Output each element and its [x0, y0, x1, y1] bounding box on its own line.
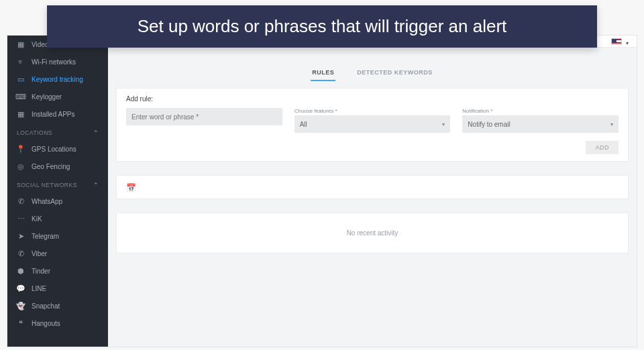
tab-rules[interactable]: RULES [311, 65, 335, 81]
sidebar-item-label: Viber [32, 250, 47, 257]
section-label: LOCATIONS [17, 129, 52, 136]
geofence-icon: ◎ [17, 162, 25, 170]
notification-select[interactable]: Notify to email [462, 115, 619, 133]
chevron-up-icon: ⌃ [93, 182, 99, 188]
sidebar-item-label: Video [32, 41, 48, 48]
section-label: SOCIAL NETWORKS [17, 182, 77, 188]
notification-value: Notify to email [468, 121, 510, 128]
notification-field: Notification * Notify to email [462, 108, 619, 133]
whatsapp-icon: ✆ [17, 197, 25, 205]
viber-icon: ✆ [17, 249, 25, 257]
features-value: All [300, 121, 307, 128]
chevron-up-icon: ⌃ [93, 129, 99, 136]
keyword-field [126, 108, 282, 133]
apps-icon: ▦ [17, 110, 25, 118]
keyword-input[interactable] [126, 108, 282, 125]
date-filter-card: 📅 [116, 175, 629, 199]
sidebar-item-label: LINE [32, 285, 46, 292]
features-select[interactable]: All [294, 115, 451, 133]
sidebar-item-tinder[interactable]: ⬢ Tinder [7, 262, 108, 280]
sidebar-item-wifi[interactable]: ᯤ Wi-Fi networks [7, 53, 108, 70]
sidebar-item-label: Tinder [32, 268, 50, 275]
notification-label: Notification * [462, 108, 619, 114]
sidebar-item-kik[interactable]: ⋯ KiK [7, 210, 108, 227]
sidebar-item-keylogger[interactable]: ⌨ Keylogger [7, 88, 108, 105]
keyword-tracking-icon: ▭ [17, 75, 25, 83]
wifi-icon: ᯤ [17, 58, 25, 66]
sidebar-item-label: WhatsApp [32, 198, 62, 205]
features-label: Choose features * [294, 108, 451, 114]
sidebar-item-label: Geo Fencing [32, 163, 70, 170]
pin-icon: 📍 [17, 145, 25, 153]
sidebar-item-hangouts[interactable]: ❝ Hangouts [7, 314, 108, 332]
sidebar-item-label: GPS Locations [32, 145, 76, 153]
sidebar-item-telegram[interactable]: ➤ Telegram [7, 227, 108, 245]
sidebar-section-social[interactable]: SOCIAL NETWORKS ⌃ [7, 175, 108, 192]
sidebar-item-line[interactable]: 💬 LINE [7, 280, 108, 297]
hangouts-icon: ❝ [17, 319, 25, 327]
sidebar-item-installed-apps[interactable]: ▦ Installed APPs [7, 105, 108, 123]
sidebar: ▦ Video ᯤ Wi-Fi networks ▭ Keyword track… [7, 36, 108, 347]
main-content: RULES DETECTED KEYWORDS Add rule: Choose… [108, 36, 637, 347]
sidebar-item-label: KiK [32, 215, 42, 223]
calendar-icon[interactable]: 📅 [126, 183, 136, 192]
video-icon: ▦ [17, 40, 25, 48]
tabs: RULES DETECTED KEYWORDS [311, 65, 434, 81]
add-rule-card: Add rule: Choose features * All Notifica… [116, 88, 629, 162]
sidebar-item-whatsapp[interactable]: ✆ WhatsApp [7, 192, 108, 210]
telegram-icon: ➤ [17, 232, 25, 240]
callout-banner: Set up words or phrases that will trigge… [47, 5, 597, 48]
sidebar-item-snapchat[interactable]: 👻 Snapchat [7, 297, 108, 314]
tab-detected-keywords[interactable]: DETECTED KEYWORDS [356, 65, 434, 81]
empty-activity-text: No recent activity [347, 229, 398, 237]
snapchat-icon: 👻 [17, 302, 25, 310]
sidebar-item-geofencing[interactable]: ◎ Geo Fencing [7, 158, 108, 175]
sidebar-item-gps[interactable]: 📍 GPS Locations [7, 140, 108, 158]
activity-card: No recent activity [116, 213, 629, 253]
sidebar-item-label: Installed APPs [32, 111, 74, 118]
sidebar-item-label: Telegram [32, 233, 59, 240]
sidebar-item-keyword-tracking[interactable]: ▭ Keyword tracking [7, 70, 108, 88]
add-button[interactable]: ADD [586, 141, 619, 154]
kik-icon: ⋯ [17, 215, 25, 223]
features-field: Choose features * All [294, 108, 451, 133]
sidebar-section-locations[interactable]: LOCATIONS ⌃ [7, 123, 108, 140]
sidebar-item-label: Hangouts [32, 320, 60, 327]
flag-icon [611, 38, 622, 45]
sidebar-item-label: Snapchat [32, 302, 60, 310]
sidebar-item-label: Keylogger [32, 93, 62, 101]
sidebar-item-label: Keyword tracking [32, 76, 83, 83]
line-icon: 💬 [17, 284, 25, 292]
sidebar-item-label: Wi-Fi networks [32, 58, 76, 66]
tinder-icon: ⬢ [17, 267, 25, 275]
keylogger-icon: ⌨ [17, 93, 25, 101]
sidebar-item-viber[interactable]: ✆ Viber [7, 245, 108, 262]
language-dropdown[interactable] [626, 36, 629, 48]
app-window: ▦ Video ᯤ Wi-Fi networks ▭ Keyword track… [7, 35, 637, 347]
add-rule-label: Add rule: [126, 95, 619, 103]
